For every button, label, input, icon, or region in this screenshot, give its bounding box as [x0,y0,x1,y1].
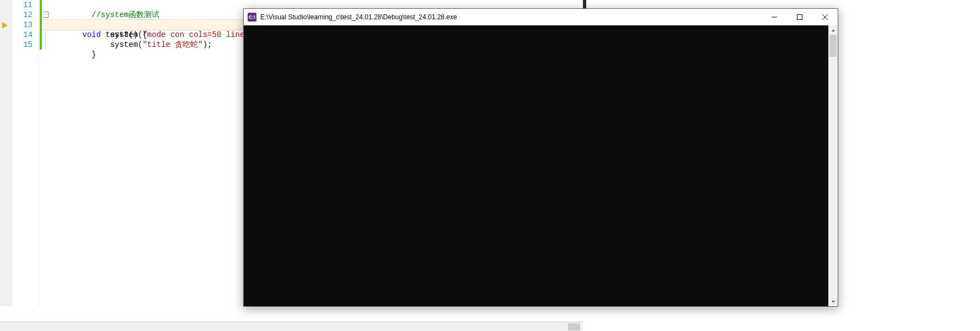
editor-horizontal-scrollbar[interactable] [0,322,583,331]
scrollbar-thumb[interactable] [829,35,837,57]
console-title: E:\Visual Studio\learning_c\test_24.01.2… [260,13,762,21]
line-number: 11 [12,0,33,10]
chevron-down-icon [831,300,836,304]
outline-collapse-icon[interactable]: − [43,12,49,18]
minimize-icon [772,14,777,20]
code-punct: } [92,50,96,59]
svg-marker-4 [832,29,835,31]
change-gutter [39,0,43,306]
minimize-button[interactable] [762,9,787,25]
svg-marker-5 [832,301,835,303]
line-number: 15 [12,40,33,50]
line-number: 13 [12,20,33,30]
console-body [244,25,838,306]
scrollbar-thumb[interactable] [568,323,580,330]
svg-rect-1 [797,15,802,20]
current-statement-arrow-icon [2,22,8,29]
console-output[interactable] [244,25,828,306]
changed-lines-indicator [40,0,42,50]
scrollbar-down-button[interactable] [828,297,838,306]
console-window[interactable]: C:\ E:\Visual Studio\learning_c\test_24.… [243,8,838,307]
console-vertical-scrollbar[interactable] [828,25,838,306]
close-button[interactable] [812,9,838,25]
chevron-up-icon [831,28,836,33]
close-icon [822,14,828,20]
console-titlebar[interactable]: C:\ E:\Visual Studio\learning_c\test_24.… [244,9,838,25]
maximize-icon [797,14,802,20]
console-app-icon: C:\ [248,13,256,22]
line-number-gutter: 11 12 13 14 15 [12,0,39,306]
line-number: 12 [12,10,33,20]
scrollbar-up-button[interactable] [828,25,838,35]
line-number: 14 [12,30,33,40]
maximize-button[interactable] [787,9,812,25]
breakpoint-gutter[interactable] [0,0,12,306]
